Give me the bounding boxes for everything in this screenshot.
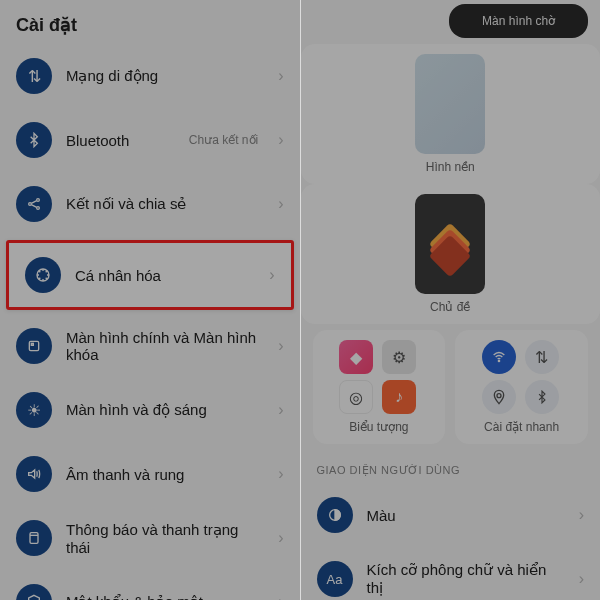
chevron-right-icon: › — [579, 506, 584, 524]
card-label: Cài đặt nhanh — [484, 420, 559, 434]
chevron-right-icon: › — [278, 337, 283, 355]
card-theme[interactable]: Chủ đề — [301, 184, 601, 324]
sound-icon — [16, 456, 52, 492]
svg-point-2 — [37, 207, 40, 210]
row-connection-share[interactable]: Kết nối và chia sẻ › — [0, 172, 300, 236]
row-label: Bluetooth — [66, 132, 175, 149]
lock-icon — [16, 584, 52, 600]
svg-point-0 — [29, 203, 32, 206]
location-icon — [482, 380, 516, 414]
quicksettings-preview: ⇅ — [482, 340, 562, 414]
row-label: Kích cỡ phông chữ và hiển thị — [367, 561, 565, 597]
app-icon: ♪ — [382, 380, 416, 414]
app-icon: ⚙ — [382, 340, 416, 374]
row-label: Màn hình và độ sáng — [66, 401, 264, 419]
card-label: Chủ đề — [430, 300, 470, 314]
row-label: Mật khẩu & bảo mật — [66, 593, 264, 600]
notification-icon — [16, 520, 52, 556]
chevron-right-icon: › — [278, 195, 283, 213]
settings-panel-left: Cài đặt ⇅ Mạng di động › Bluetooth Chưa … — [0, 0, 301, 600]
row-notification-status[interactable]: Thông báo và thanh trạng thái › — [0, 506, 300, 570]
chevron-right-icon: › — [269, 266, 274, 284]
page-title: Cài đặt — [0, 0, 300, 44]
highlight-personalization: Cá nhân hóa › — [6, 240, 294, 310]
chevron-right-icon: › — [278, 593, 283, 600]
row-font-size[interactable]: Aa Kích cỡ phông chữ và hiển thị › — [301, 547, 601, 600]
row-sound-vibration[interactable]: Âm thanh và rung › — [0, 442, 300, 506]
chevron-right-icon: › — [278, 67, 283, 85]
card-wallpaper[interactable]: Hình nền — [301, 44, 601, 184]
row-status: Chưa kết nối — [189, 133, 258, 147]
card-icons[interactable]: ◆ ⚙ ◎ ♪ Biểu tượng — [313, 330, 446, 444]
homescreen-chip[interactable]: Màn hình chờ — [449, 4, 588, 38]
share-icon — [16, 186, 52, 222]
svg-point-8 — [498, 360, 499, 361]
row-color[interactable]: Màu › — [301, 483, 601, 547]
chevron-right-icon: › — [278, 465, 283, 483]
color-icon — [317, 497, 353, 533]
row-mobile-network[interactable]: ⇅ Mạng di động › — [0, 44, 300, 108]
row-label: Màn hình chính và Màn hình khóa — [66, 329, 264, 363]
svg-point-1 — [37, 199, 40, 202]
font-icon: Aa — [317, 561, 353, 597]
row-label: Kết nối và chia sẻ — [66, 195, 264, 213]
row-home-lockscreen[interactable]: Màn hình chính và Màn hình khóa › — [0, 314, 300, 378]
swap-icon: ⇅ — [16, 58, 52, 94]
card-label: Biểu tượng — [349, 420, 408, 434]
row-label: Cá nhân hóa — [75, 267, 255, 284]
row-personalization[interactable]: Cá nhân hóa › — [9, 243, 291, 307]
section-title: GIAO DIỆN NGƯỜI DÙNG — [301, 450, 601, 483]
card-quick-settings[interactable]: ⇅ Cài đặt nhanh — [455, 330, 588, 444]
chevron-right-icon: › — [278, 529, 283, 547]
row-label: Thông báo và thanh trạng thái — [66, 521, 264, 556]
app-icon: ◆ — [339, 340, 373, 374]
brightness-icon: ☀ — [16, 392, 52, 428]
chevron-right-icon: › — [278, 131, 283, 149]
row-label: Màu — [367, 507, 565, 524]
personalize-icon — [25, 257, 61, 293]
svg-rect-5 — [31, 343, 33, 345]
personalization-panel-right: Màn hình chờ Hình nền Chủ đề ◆ ⚙ ◎ ♪ — [301, 0, 601, 600]
chevron-right-icon: › — [278, 401, 283, 419]
row-display-brightness[interactable]: ☀ Màn hình và độ sáng › — [0, 378, 300, 442]
layers-icon — [429, 223, 471, 265]
chevron-right-icon: › — [579, 570, 584, 588]
icons-preview: ◆ ⚙ ◎ ♪ — [339, 340, 419, 414]
svg-rect-6 — [30, 533, 38, 544]
row-bluetooth[interactable]: Bluetooth Chưa kết nối › — [0, 108, 300, 172]
row-label: Mạng di động — [66, 67, 264, 85]
theme-thumb — [415, 194, 485, 294]
svg-point-9 — [497, 394, 501, 398]
home-icon — [16, 328, 52, 364]
card-label: Hình nền — [426, 160, 475, 174]
data-icon: ⇅ — [525, 340, 559, 374]
bluetooth-icon — [16, 122, 52, 158]
row-password-security[interactable]: Mật khẩu & bảo mật › — [0, 570, 300, 600]
row-label: Âm thanh và rung — [66, 466, 264, 483]
bluetooth-icon — [525, 380, 559, 414]
wallpaper-thumb — [415, 54, 485, 154]
wifi-icon — [482, 340, 516, 374]
app-icon: ◎ — [339, 380, 373, 414]
